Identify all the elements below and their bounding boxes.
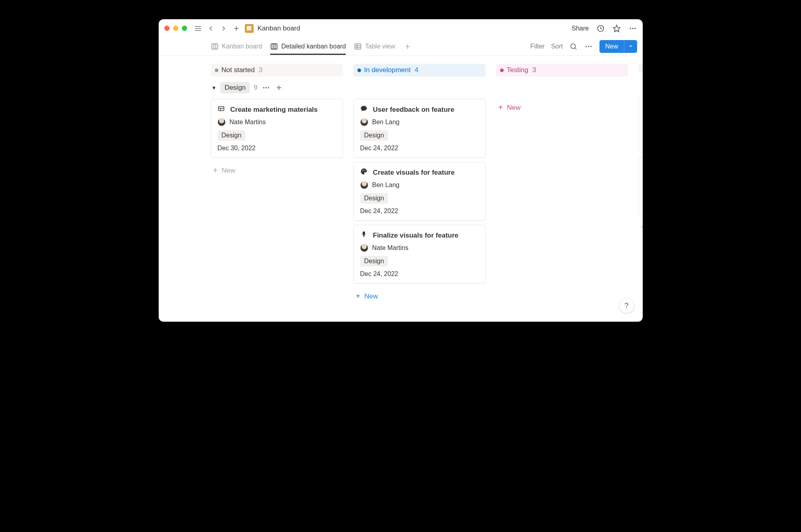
pin-icon xyxy=(360,231,368,240)
assignee-name: Nate Martins xyxy=(372,244,409,252)
new-label: New xyxy=(222,167,235,175)
svg-point-36 xyxy=(363,169,364,170)
svg-point-27 xyxy=(263,87,264,88)
assignee-name: Nate Martins xyxy=(230,119,266,126)
palette-icon xyxy=(360,168,368,177)
page-title[interactable]: Kanban board xyxy=(258,24,301,32)
status-dot-icon xyxy=(357,69,361,72)
card-tag: Design xyxy=(218,130,246,141)
tab-detailed-kanban-board[interactable]: Detailed kanban board xyxy=(270,38,346,55)
hamburger-menu-icon[interactable] xyxy=(194,24,202,33)
new-button-dropdown[interactable] xyxy=(624,40,637,53)
avatar xyxy=(360,181,368,189)
new-label: New xyxy=(364,292,378,300)
page-icon xyxy=(245,24,254,33)
column-in-development: In development 4 User feedback on featur… xyxy=(353,64,486,322)
avatar xyxy=(218,118,226,126)
kanban-card[interactable]: Create marketing materials Nate Martins … xyxy=(211,99,343,158)
tab-label: Kanban board xyxy=(222,43,262,50)
new-button[interactable]: New xyxy=(599,40,637,53)
column-header[interactable]: In development 4 xyxy=(353,64,486,77)
add-card-button[interactable]: + xyxy=(639,219,643,236)
svg-rect-13 xyxy=(271,44,277,49)
share-button[interactable]: Share xyxy=(572,25,589,32)
card-date: Dec 24, 2022 xyxy=(360,208,479,215)
maximize-window-button[interactable] xyxy=(182,26,187,31)
more-icon[interactable] xyxy=(628,24,637,33)
column-count: 4 xyxy=(415,66,418,74)
column-header[interactable]: Not started 3 xyxy=(211,64,343,77)
svg-marker-6 xyxy=(613,25,620,32)
svg-point-29 xyxy=(268,87,269,88)
svg-point-22 xyxy=(571,44,576,48)
nav-back-icon[interactable] xyxy=(206,24,215,33)
tab-table-view[interactable]: Table view xyxy=(354,38,395,54)
card-title: Create visuals for feature xyxy=(373,169,455,177)
card-date: Dec 30, 2022 xyxy=(218,145,336,152)
card-tag: Design xyxy=(360,193,388,204)
column-header[interactable]: Testing 3 xyxy=(496,64,628,77)
svg-point-37 xyxy=(365,170,365,171)
add-card-button[interactable]: + New xyxy=(353,288,486,305)
collapse-group-icon[interactable]: ▼ xyxy=(212,85,217,91)
kanban-card[interactable]: ◐ D D xyxy=(639,157,643,215)
tab-kanban-board[interactable]: Kanban board xyxy=(211,38,262,54)
close-window-button[interactable] xyxy=(164,26,169,31)
svg-point-7 xyxy=(630,28,631,29)
view-actions: Filter Sort New xyxy=(531,40,637,53)
group-header[interactable]: ▼ Design 9 xyxy=(212,82,343,93)
card-title: Create marketing materials xyxy=(230,106,318,114)
column-count: 3 xyxy=(259,66,262,74)
column-next-partial: ◎ D D ◐ D D + xyxy=(639,64,643,322)
kanban-card[interactable]: User feedback on feature Ben Lang Design… xyxy=(353,99,486,158)
nav-forward-icon[interactable] xyxy=(219,24,228,33)
tab-label: Table view xyxy=(365,43,395,50)
new-page-icon[interactable] xyxy=(232,24,241,33)
group-add-icon[interactable] xyxy=(274,83,283,92)
column-title: In development xyxy=(364,66,411,74)
svg-rect-16 xyxy=(355,44,361,49)
traffic-lights xyxy=(164,26,187,31)
svg-point-26 xyxy=(591,46,592,47)
kanban-board: Not started 3 ▼ Design 9 Create mar xyxy=(159,56,643,322)
plus-icon: + xyxy=(498,103,503,112)
help-button[interactable]: ? xyxy=(619,298,634,313)
titlebar: Kanban board Share xyxy=(159,19,643,37)
app-window: Kanban board Share Kanban board Detailed… xyxy=(159,19,643,322)
svg-point-9 xyxy=(634,28,636,29)
kanban-card[interactable]: ◎ D D xyxy=(639,95,643,153)
card-date: Dec 24, 2022 xyxy=(360,270,479,278)
add-card-button[interactable]: + New xyxy=(211,162,343,179)
add-card-button[interactable]: + New xyxy=(496,99,628,116)
assignee-name: Ben Lang xyxy=(372,181,400,189)
avatar xyxy=(360,244,368,252)
column-title: Not started xyxy=(222,66,255,74)
status-dot-icon xyxy=(215,69,218,72)
speech-bubble-icon xyxy=(360,105,368,114)
group-more-icon[interactable] xyxy=(262,83,270,92)
tab-label: Detailed kanban board xyxy=(281,43,346,50)
card-icon xyxy=(218,105,226,114)
new-label: New xyxy=(507,104,521,112)
kanban-card[interactable]: Create visuals for feature Ben Lang Desi… xyxy=(353,162,486,221)
status-dot-icon xyxy=(500,69,504,72)
plus-icon: + xyxy=(641,223,643,232)
search-icon[interactable] xyxy=(569,42,578,51)
add-view-icon[interactable] xyxy=(403,42,412,51)
card-tag: Design xyxy=(360,256,388,266)
filter-button[interactable]: Filter xyxy=(531,43,545,50)
sort-button[interactable]: Sort xyxy=(551,43,563,50)
svg-point-28 xyxy=(265,87,266,88)
avatar xyxy=(360,118,368,126)
group-count: 9 xyxy=(254,84,257,92)
clock-icon[interactable] xyxy=(596,24,605,33)
column-not-started: Not started 3 ▼ Design 9 Create mar xyxy=(211,64,343,322)
column-count: 3 xyxy=(532,66,536,74)
column-testing: Testing 3 + New xyxy=(496,64,628,322)
view-more-icon[interactable] xyxy=(584,42,593,51)
star-icon[interactable] xyxy=(612,24,621,33)
plus-icon: + xyxy=(356,292,361,301)
plus-icon: + xyxy=(213,166,218,175)
kanban-card[interactable]: Finalize visuals for feature Nate Martin… xyxy=(353,225,486,284)
minimize-window-button[interactable] xyxy=(173,26,178,31)
